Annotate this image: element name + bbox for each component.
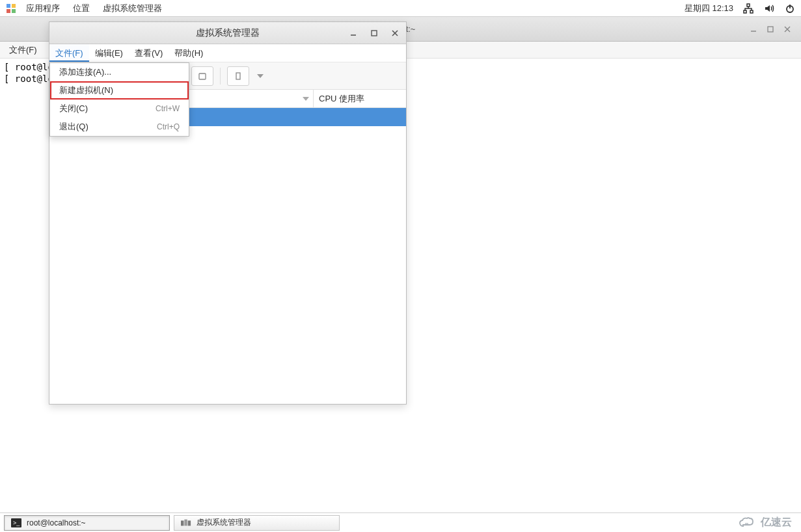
- task-vm-manager[interactable]: 虚拟系统管理器: [174, 515, 340, 531]
- network-icon[interactable]: [742, 3, 754, 14]
- svg-rect-1: [12, 4, 16, 8]
- task-label: 虚拟系统管理器: [197, 517, 251, 528]
- menu-item-accel: Ctrl+Q: [157, 122, 180, 131]
- terminal-minimize-icon[interactable]: [749, 25, 758, 34]
- vm-menu-help[interactable]: 帮助(H): [169, 44, 209, 62]
- panel-vm-manager[interactable]: 虚拟系统管理器: [96, 1, 169, 16]
- menu-item-label: 添加连接(A)...: [59, 66, 111, 78]
- vm-maximize-icon[interactable]: [367, 26, 381, 40]
- terminal-menu-file[interactable]: 文件(F): [4, 42, 42, 58]
- taskbar: >_ root@localhost:~ 虚拟系统管理器 ∞ 亿速云: [0, 512, 801, 532]
- menu-new-vm[interactable]: 新建虚拟机(N): [50, 81, 189, 100]
- svg-rect-18: [236, 73, 240, 79]
- svg-rect-17: [199, 73, 206, 79]
- watermark: ∞ 亿速云: [739, 516, 792, 529]
- svg-rect-14: [372, 31, 377, 36]
- task-terminal[interactable]: >_ root@localhost:~: [4, 515, 170, 531]
- volume-icon[interactable]: [763, 3, 775, 14]
- toolbar-dropdown-icon[interactable]: [253, 74, 267, 78]
- svg-rect-5: [744, 10, 746, 13]
- terminal-icon: >_: [11, 518, 21, 527]
- menu-quit[interactable]: 退出(Q) Ctrl+Q: [50, 118, 189, 136]
- vm-menu-file[interactable]: 文件(F): [49, 44, 89, 62]
- vm-manager-icon: [181, 518, 191, 527]
- chevron-down-icon: [303, 97, 309, 101]
- vm-menubar: 文件(F) 编辑(E) 查看(V) 帮助(H): [49, 44, 406, 62]
- watermark-text: 亿速云: [761, 516, 792, 529]
- top-panel: 应用程序 位置 虚拟系统管理器 星期四 12:13: [0, 0, 801, 17]
- svg-text:>_: >_: [13, 520, 20, 526]
- cloud-icon: ∞: [739, 517, 757, 529]
- svg-text:∞: ∞: [745, 521, 748, 525]
- menu-item-label: 新建虚拟机(N): [59, 85, 113, 96]
- task-label: root@localhost:~: [27, 518, 86, 527]
- svg-rect-4: [747, 4, 750, 7]
- column-cpu-usage[interactable]: CPU 使用率: [314, 90, 406, 107]
- vm-window: 虚拟系统管理器 文件(F) 编辑(E) 查看(V) 帮助(H): [49, 21, 407, 405]
- svg-rect-2: [7, 9, 10, 13]
- file-dropdown-menu: 添加连接(A)... 新建虚拟机(N) 关闭(C) Ctrl+W 退出(Q) C…: [49, 62, 189, 137]
- vm-titlebar[interactable]: 虚拟系统管理器: [49, 22, 406, 44]
- svg-rect-21: [181, 520, 183, 525]
- vm-menu-edit[interactable]: 编辑(E): [89, 44, 129, 62]
- terminal-maximize-icon[interactable]: [766, 25, 775, 34]
- vm-close-icon[interactable]: [388, 26, 402, 40]
- power-icon[interactable]: [784, 3, 796, 14]
- terminal-close-icon[interactable]: [783, 25, 792, 34]
- svg-rect-23: [188, 520, 191, 525]
- svg-rect-10: [768, 27, 773, 32]
- vm-minimize-icon[interactable]: [346, 26, 360, 40]
- svg-rect-3: [12, 9, 16, 13]
- menu-add-connection[interactable]: 添加连接(A)...: [50, 63, 189, 81]
- svg-rect-6: [750, 10, 753, 13]
- svg-rect-22: [184, 519, 187, 525]
- toolbar-action-button[interactable]: [227, 66, 249, 86]
- vm-menu-view[interactable]: 查看(V): [129, 44, 169, 62]
- svg-rect-0: [7, 4, 10, 8]
- activities-icon[interactable]: [5, 3, 17, 14]
- menu-item-label: 关闭(C): [59, 103, 88, 114]
- panel-clock[interactable]: 星期四 12:13: [682, 3, 736, 14]
- menu-item-label: 退出(Q): [59, 121, 88, 133]
- toolbar-separator: [220, 68, 221, 85]
- menu-item-accel: Ctrl+W: [156, 104, 180, 113]
- toolbar-open-button[interactable]: [191, 66, 213, 86]
- menu-shutdown[interactable]: 关闭(C) Ctrl+W: [50, 100, 189, 118]
- panel-places[interactable]: 位置: [66, 1, 96, 16]
- panel-applications[interactable]: 应用程序: [20, 1, 66, 16]
- vm-title: 虚拟系统管理器: [196, 27, 260, 39]
